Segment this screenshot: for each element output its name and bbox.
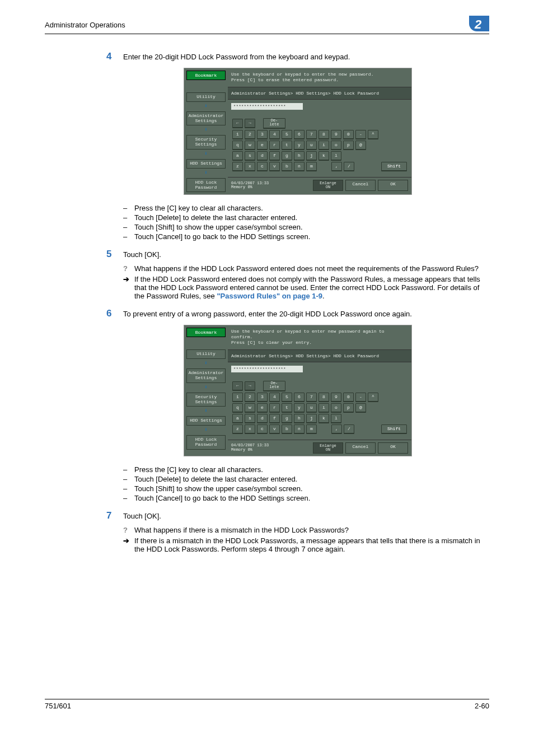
delete-key[interactable]: De- lete [263,118,285,128]
key-punct[interactable]: / [344,424,354,433]
nav-utility[interactable]: Utility [186,349,226,359]
key-8[interactable]: 8 [318,130,329,139]
key-n[interactable]: n [294,424,305,433]
key-s[interactable]: s [245,151,255,160]
shift-key[interactable]: Shift [381,162,407,171]
key-0[interactable]: 0 [343,393,354,402]
key-z[interactable]: z [232,162,243,171]
key-q[interactable]: q [232,141,243,150]
key-a[interactable]: a [232,414,243,423]
key-o[interactable]: o [331,403,341,412]
arrow-right-key[interactable]: → [245,381,255,390]
key-punct[interactable]: , [331,162,342,171]
nav-admin[interactable]: Administrator Settings [186,111,226,126]
key-4[interactable]: 4 [269,393,280,402]
key--[interactable]: - [355,130,366,139]
key-6[interactable]: 6 [294,130,305,139]
key-y[interactable]: y [294,141,305,150]
key-^[interactable]: ^ [368,130,378,139]
key-l[interactable]: l [331,151,341,160]
key-d[interactable]: d [257,414,268,423]
key-w[interactable]: w [245,403,255,412]
key-punct[interactable]: , [331,424,342,433]
shift-key[interactable]: Shift [381,424,407,433]
key-g[interactable]: g [282,414,292,423]
key-9[interactable]: 9 [331,130,341,139]
nav-admin[interactable]: Administrator Settings [186,368,226,383]
arrow-right-key[interactable]: → [245,119,255,128]
key-v[interactable]: v [269,162,280,171]
key-f[interactable]: f [269,414,280,423]
key-e[interactable]: e [257,403,268,412]
key-c[interactable]: c [257,162,268,171]
key-@[interactable]: @ [355,403,366,412]
key-x[interactable]: x [245,162,255,171]
enlarge-button[interactable]: Enlarge ON [313,442,343,454]
key-o[interactable]: o [331,141,341,150]
key-2[interactable]: 2 [245,393,255,402]
key-b[interactable]: b [282,424,292,433]
key-3[interactable]: 3 [257,130,268,139]
key-h[interactable]: h [294,414,305,423]
key-2[interactable]: 2 [245,130,255,139]
key-y[interactable]: y [294,403,305,412]
key-q[interactable]: q [232,403,243,412]
key-w[interactable]: w [245,141,255,150]
password-input[interactable]: ******************** [231,103,303,110]
key-1[interactable]: 1 [232,393,243,402]
key-^[interactable]: ^ [368,393,378,402]
key-0[interactable]: 0 [343,130,354,139]
password-rules-link[interactable]: "Password Rules" on page 1-9 [217,292,322,300]
key-punct[interactable]: / [344,162,354,171]
key-7[interactable]: 7 [306,130,317,139]
nav-utility[interactable]: Utility [186,92,226,102]
key-l[interactable]: l [331,414,341,423]
cancel-button[interactable]: Cancel [345,180,376,191]
nav-lock[interactable]: HDD Lock Password [186,435,226,450]
nav-security[interactable]: Security Settings [186,393,226,407]
key-5[interactable]: 5 [282,393,292,402]
bookmark-button[interactable]: Bookmark [186,71,226,80]
password-input[interactable]: ******************** [231,366,303,372]
key-u[interactable]: u [306,141,317,150]
key-j[interactable]: j [306,414,317,423]
key-1[interactable]: 1 [232,130,243,139]
key-6[interactable]: 6 [294,393,305,402]
arrow-left-key[interactable]: ← [232,381,243,390]
key-a[interactable]: a [232,151,243,160]
key-k[interactable]: k [318,151,329,160]
key--[interactable]: - [355,393,366,402]
key-r[interactable]: r [269,141,280,150]
key-k[interactable]: k [318,414,329,423]
key-n[interactable]: n [294,162,305,171]
key-p[interactable]: p [343,403,354,412]
key-m[interactable]: m [306,162,317,171]
key-9[interactable]: 9 [331,393,341,402]
key-8[interactable]: 8 [318,393,329,402]
key-t[interactable]: t [282,141,292,150]
key-m[interactable]: m [306,424,317,433]
bookmark-button[interactable]: Bookmark [186,328,226,337]
delete-key[interactable]: De- lete [263,381,285,391]
key-g[interactable]: g [282,151,292,160]
nav-lock[interactable]: HDD Lock Password [186,178,226,193]
key-c[interactable]: c [257,424,268,433]
key-i[interactable]: i [318,141,329,150]
key-e[interactable]: e [257,141,268,150]
key-s[interactable]: s [245,414,255,423]
key-h[interactable]: h [294,151,305,160]
cancel-button[interactable]: Cancel [345,442,376,454]
key-x[interactable]: x [245,424,255,433]
key-b[interactable]: b [282,162,292,171]
key-4[interactable]: 4 [269,130,280,139]
key-3[interactable]: 3 [257,393,268,402]
key-u[interactable]: u [306,403,317,412]
key-5[interactable]: 5 [282,130,292,139]
key-p[interactable]: p [343,141,354,150]
ok-button[interactable]: OK [378,180,408,191]
arrow-left-key[interactable]: ← [232,119,243,128]
enlarge-button[interactable]: Enlarge ON [313,180,343,191]
key-r[interactable]: r [269,403,280,412]
key-z[interactable]: z [232,424,243,433]
key-j[interactable]: j [306,151,317,160]
